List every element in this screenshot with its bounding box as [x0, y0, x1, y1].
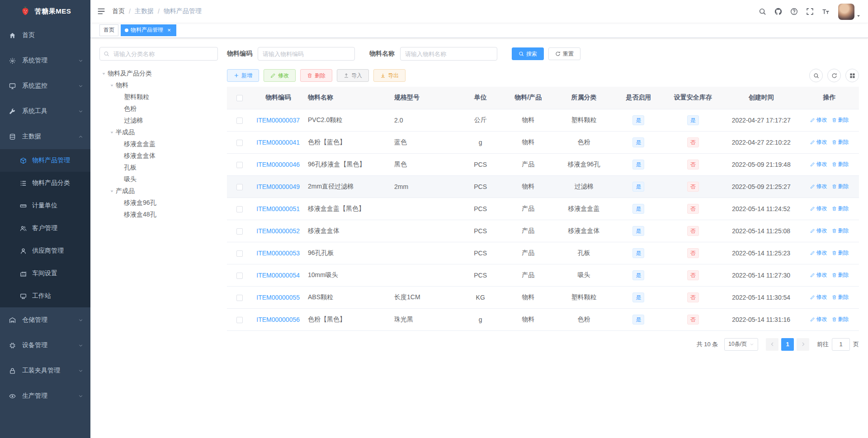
tree-node-8[interactable]: 孔板 — [99, 162, 218, 174]
table-row-8[interactable]: ITEM00000055ABS颗粒长度1CMKG物料塑料颗粒是否2022-05-… — [227, 286, 859, 308]
material-code-link[interactable]: ITEM00000054 — [256, 272, 300, 279]
add-button[interactable]: 新增 — [227, 69, 259, 82]
column-header-7[interactable]: 设置安全库存 — [663, 87, 722, 109]
column-header-1[interactable]: 物料名称 — [304, 87, 391, 109]
row-checkbox[interactable] — [236, 118, 243, 124]
row-edit-button[interactable]: 修改 — [810, 138, 827, 146]
font-size-button[interactable] — [818, 0, 834, 23]
close-tab-icon[interactable]: × — [166, 27, 172, 33]
tree-node-5[interactable]: 半成品 — [99, 127, 218, 138]
sidebar-item-system-management[interactable]: 系统管理 — [0, 48, 90, 73]
row-checkbox[interactable] — [236, 273, 243, 279]
next-page-button[interactable] — [797, 338, 809, 351]
material-code-link[interactable]: ITEM00000046 — [256, 161, 300, 168]
tree-node-0[interactable]: 物料及产品分类 — [99, 68, 218, 80]
column-header-2[interactable]: 规格型号 — [391, 87, 459, 109]
row-delete-button[interactable]: 删除 — [832, 138, 849, 146]
material-code-link[interactable]: ITEM00000056 — [256, 316, 300, 323]
row-checkbox[interactable] — [236, 206, 243, 212]
column-header-4[interactable]: 物料/产品 — [502, 87, 554, 109]
column-header-0[interactable]: 物料编码 — [252, 87, 304, 109]
row-edit-button[interactable]: 修改 — [810, 316, 827, 323]
row-checkbox[interactable] — [236, 228, 243, 235]
column-header-9[interactable]: 操作 — [800, 87, 859, 109]
breadcrumb-item-0[interactable]: 首页 — [112, 7, 125, 15]
table-row-9[interactable]: ITEM00000056色粉【黑色】珠光黑g物料色粉是否2022-05-14 1… — [227, 308, 859, 330]
select-all-checkbox[interactable] — [236, 95, 243, 101]
row-delete-button[interactable]: 删除 — [832, 205, 849, 212]
row-checkbox[interactable] — [236, 162, 243, 168]
row-checkbox[interactable] — [236, 250, 243, 257]
page-size-select[interactable]: 10条/页 — [724, 338, 758, 351]
material-code-link[interactable]: ITEM00000049 — [256, 183, 300, 190]
tree-node-12[interactable]: 移液盒48孔 — [99, 209, 218, 221]
row-checkbox[interactable] — [236, 295, 243, 301]
material-code-link[interactable]: ITEM00000041 — [256, 139, 300, 146]
columns-visibility-button[interactable] — [845, 69, 859, 82]
tree-node-11[interactable]: 移液盒96孔 — [99, 197, 218, 209]
table-row-4[interactable]: ITEM00000051移液盒盒盖【黑色】PCS产品移液盒盒盖是否2022-05… — [227, 198, 859, 220]
tree-node-10[interactable]: 产成品 — [99, 185, 218, 197]
sidebar-item-customer-management[interactable]: 客户管理 — [0, 217, 90, 240]
hamburger-icon[interactable] — [90, 0, 112, 23]
column-header-8[interactable]: 创建时间 — [722, 87, 800, 109]
row-edit-button[interactable]: 修改 — [810, 227, 827, 235]
row-delete-button[interactable]: 删除 — [832, 249, 849, 257]
sidebar-item-material-product-management[interactable]: 物料产品管理 — [0, 149, 90, 172]
row-delete-button[interactable]: 删除 — [832, 116, 849, 124]
sidebar-item-system-monitor[interactable]: 系统监控 — [0, 73, 90, 99]
tree-node-9[interactable]: 吸头 — [99, 174, 218, 185]
sidebar-item-home[interactable]: 首页 — [0, 23, 90, 48]
row-edit-button[interactable]: 修改 — [810, 293, 827, 301]
table-row-2[interactable]: ITEM0000004696孔移液盒【黑色】黑色PCS产品移液盒96孔是否202… — [227, 153, 859, 175]
tree-caret-down-icon[interactable] — [108, 127, 116, 138]
material-code-link[interactable]: ITEM00000055 — [256, 294, 300, 301]
material-code-link[interactable]: ITEM00000037 — [256, 117, 300, 124]
row-checkbox[interactable] — [236, 140, 243, 146]
table-row-7[interactable]: ITEM0000005410mm吸头PCS产品吸头是否2022-05-14 11… — [227, 264, 859, 286]
sidebar-item-workstation[interactable]: 工作站 — [0, 285, 90, 307]
row-checkbox[interactable] — [236, 317, 243, 323]
column-header-6[interactable]: 是否启用 — [613, 87, 664, 109]
refresh-table-button[interactable] — [827, 69, 841, 82]
material-code-input[interactable] — [258, 47, 355, 61]
header-search-button[interactable] — [755, 0, 770, 23]
table-row-3[interactable]: ITEM000000492mm直径过滤棉2mmPCS物料过滤棉是否2022-05… — [227, 175, 859, 198]
table-row-0[interactable]: ITEM00000037PVC2.0颗粒2.0公斤物料塑料颗粒是是2022-04… — [227, 109, 859, 131]
toggle-search-button[interactable] — [809, 69, 823, 82]
table-row-5[interactable]: ITEM00000052移液盒盒体PCS产品移液盒盒体是否2022-05-14 … — [227, 220, 859, 242]
sidebar-item-production-management[interactable]: 生产管理 — [0, 383, 90, 409]
sidebar-item-supplier-management[interactable]: 供应商管理 — [0, 240, 90, 262]
export-button[interactable]: 导出 — [373, 69, 406, 82]
row-edit-button[interactable]: 修改 — [810, 116, 827, 124]
material-code-link[interactable]: ITEM00000053 — [256, 250, 300, 257]
row-delete-button[interactable]: 删除 — [832, 227, 849, 235]
row-edit-button[interactable]: 修改 — [810, 271, 827, 279]
sidebar-item-master-data[interactable]: 主数据 — [0, 124, 90, 149]
goto-page-input[interactable] — [832, 338, 850, 351]
sidebar-item-material-product-category[interactable]: 物料产品分类 — [0, 172, 90, 194]
row-checkbox[interactable] — [236, 184, 243, 190]
tree-node-2[interactable]: 塑料颗粒 — [99, 91, 218, 103]
table-row-1[interactable]: ITEM00000041色粉【蓝色】蓝色g物料色粉是否2022-04-27 22… — [227, 131, 859, 153]
column-header-5[interactable]: 所属分类 — [554, 87, 613, 109]
material-code-link[interactable]: ITEM00000051 — [256, 205, 300, 212]
tree-caret-down-icon[interactable] — [99, 68, 108, 80]
row-edit-button[interactable]: 修改 — [810, 249, 827, 257]
tab-home[interactable]: 首页 — [99, 24, 118, 36]
page-number-button[interactable]: 1 — [781, 338, 794, 351]
material-code-link[interactable]: ITEM00000052 — [256, 227, 300, 235]
import-button[interactable]: 导入 — [337, 69, 369, 82]
user-avatar-menu[interactable] — [838, 0, 861, 23]
material-name-input[interactable] — [400, 47, 497, 61]
sidebar-item-equipment-management[interactable]: 设备管理 — [0, 333, 90, 358]
row-delete-button[interactable]: 删除 — [832, 271, 849, 279]
tree-caret-down-icon[interactable] — [108, 185, 116, 197]
tree-node-6[interactable]: 移液盒盒盖 — [99, 138, 218, 150]
sidebar-item-system-tools[interactable]: 系统工具 — [0, 99, 90, 124]
reset-button[interactable]: 重置 — [548, 47, 580, 60]
delete-button[interactable]: 删除 — [300, 69, 332, 82]
fullscreen-button[interactable] — [802, 0, 818, 23]
tree-node-1[interactable]: 物料 — [99, 80, 218, 91]
tree-node-3[interactable]: 色粉 — [99, 103, 218, 115]
